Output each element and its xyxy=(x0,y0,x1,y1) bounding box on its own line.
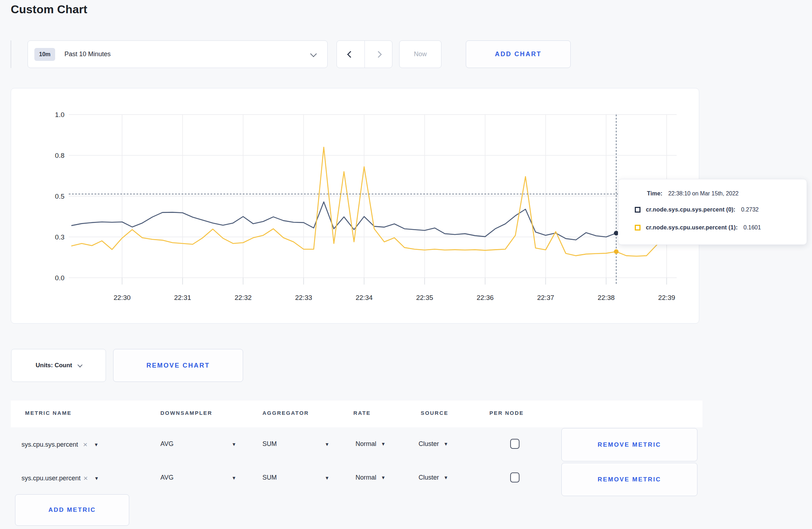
remove-metric-button[interactable]: REMOVE METRIC xyxy=(561,428,697,461)
chevron-right-icon xyxy=(375,51,382,58)
units-label: Units: Count xyxy=(36,362,72,369)
chevron-left-icon xyxy=(347,51,354,58)
col-header-metric-name: METRIC NAME xyxy=(25,410,72,416)
col-header-aggregator: AGGREGATOR xyxy=(262,410,309,416)
caret-down-icon[interactable]: ▼ xyxy=(325,475,329,481)
series-sys-swatch-icon xyxy=(635,207,641,213)
caret-down-icon[interactable]: ▼ xyxy=(325,442,329,447)
page-title: Custom Chart xyxy=(11,3,87,16)
aggregator-value: SUM xyxy=(262,474,277,481)
tooltip-time-value: 22:38:10 on Mar 15th, 2022 xyxy=(668,190,739,197)
prev-time-button[interactable] xyxy=(337,41,364,68)
downsampler-select[interactable]: AVG xyxy=(160,474,174,481)
per-node-checkbox[interactable] xyxy=(510,472,519,482)
rate-select[interactable]: Normal ▼ xyxy=(356,474,386,481)
source-value: Cluster xyxy=(419,474,439,481)
downsampler-select[interactable]: AVG xyxy=(160,440,174,448)
clear-metric-icon[interactable]: × xyxy=(83,440,87,449)
next-time-button[interactable] xyxy=(364,41,392,68)
time-nav-group xyxy=(337,40,392,68)
caret-down-icon: ▼ xyxy=(94,476,99,481)
tooltip-series-value: 0.2732 xyxy=(741,207,759,213)
aggregator-value: SUM xyxy=(262,440,277,448)
remove-chart-button[interactable]: REMOVE CHART xyxy=(113,349,243,382)
col-header-downsampler: DOWNSAMPLER xyxy=(160,410,212,416)
caret-down-icon: ▼ xyxy=(381,475,386,480)
metric-name-text: sys.cpu.sys.percent xyxy=(21,441,78,448)
source-value: Cluster xyxy=(419,440,439,448)
downsampler-value: AVG xyxy=(160,474,174,481)
toolbar-divider xyxy=(11,40,11,68)
time-range-badge: 10m xyxy=(34,48,55,61)
downsampler-value: AVG xyxy=(160,440,174,448)
chevron-down-icon xyxy=(78,363,83,368)
source-select[interactable]: Cluster ▼ xyxy=(419,440,448,448)
remove-metric-button[interactable]: REMOVE METRIC xyxy=(561,463,697,496)
chart-tooltip: Time: 22:38:10 on Mar 15th, 2022 cr.node… xyxy=(618,179,807,245)
caret-down-icon: ▼ xyxy=(94,442,98,447)
aggregator-select[interactable]: SUM xyxy=(262,474,277,481)
add-metric-button[interactable]: ADD METRIC xyxy=(15,494,129,526)
metric-name-dropdown[interactable]: sys.cpu.sys.percent × ▼ xyxy=(21,440,98,449)
metrics-table-header: METRIC NAME DOWNSAMPLER AGGREGATOR RATE … xyxy=(11,401,702,427)
tooltip-series-label: cr.node.sys.cpu.sys.percent (0): xyxy=(646,207,735,213)
rate-value: Normal xyxy=(356,474,376,481)
aggregator-select[interactable]: SUM xyxy=(262,440,277,448)
chevron-down-icon xyxy=(310,50,316,57)
series-user-swatch-icon xyxy=(635,225,641,230)
tooltip-series-label: cr.node.sys.cpu.user.percent (1): xyxy=(646,224,738,231)
caret-down-icon[interactable]: ▼ xyxy=(232,442,236,447)
col-header-source: SOURCE xyxy=(421,410,448,416)
metric-name-dropdown[interactable]: sys.cpu.user.percent × ▼ xyxy=(21,474,99,482)
metric-name-text: sys.cpu.user.percent xyxy=(21,475,81,482)
caret-down-icon: ▼ xyxy=(381,441,386,447)
caret-down-icon: ▼ xyxy=(444,475,448,480)
tooltip-series-value: 0.1601 xyxy=(743,224,761,231)
per-node-checkbox[interactable] xyxy=(510,439,519,449)
clear-metric-icon[interactable]: × xyxy=(83,474,88,482)
units-dropdown[interactable]: Units: Count xyxy=(11,349,106,382)
time-range-selector[interactable]: 10m Past 10 Minutes xyxy=(28,40,328,68)
caret-down-icon: ▼ xyxy=(444,441,448,447)
time-range-label: Past 10 Minutes xyxy=(64,50,111,58)
col-header-per-node: PER NODE xyxy=(489,410,524,416)
rate-select[interactable]: Normal ▼ xyxy=(356,440,386,448)
now-button[interactable]: Now xyxy=(399,40,441,68)
col-header-rate: RATE xyxy=(353,410,371,416)
chart-card xyxy=(11,88,699,324)
add-chart-button[interactable]: ADD CHART xyxy=(466,40,571,68)
tooltip-time-label: Time: xyxy=(647,190,662,197)
rate-value: Normal xyxy=(356,440,376,448)
source-select[interactable]: Cluster ▼ xyxy=(419,474,448,481)
caret-down-icon[interactable]: ▼ xyxy=(232,475,236,481)
